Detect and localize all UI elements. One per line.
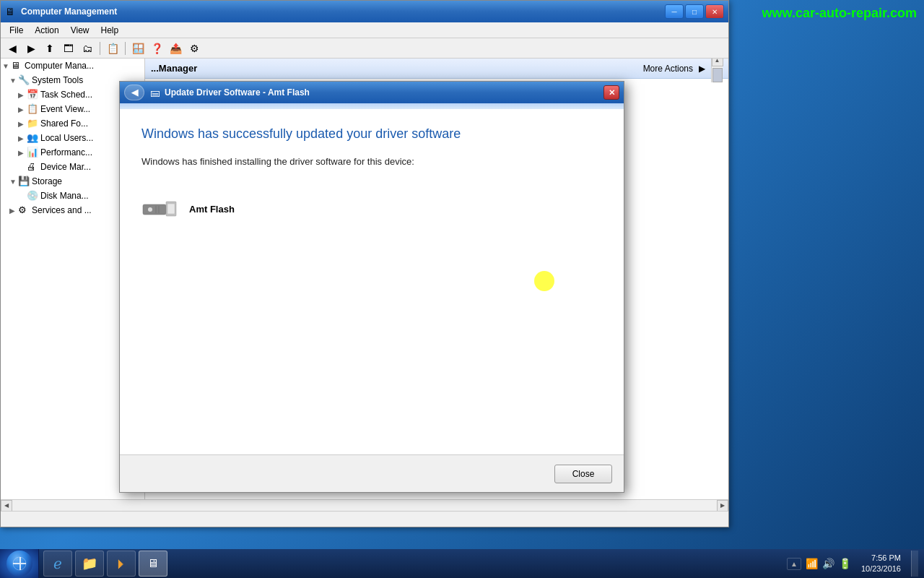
desktop: www.car-auto-repair.com 🖥 Computer Manag… (0, 0, 924, 578)
success-description: Windows has finished installing the driv… (141, 156, 602, 167)
dialog-title-text: Update Driver Software - Amt Flash (165, 87, 603, 98)
dialog-titlebar: ◀ 🖴 Update Driver Software - Amt Flash ✕ (120, 82, 624, 103)
dialog-back-button[interactable]: ◀ (124, 85, 144, 100)
dialog-close-x-button[interactable]: ✕ (603, 85, 619, 100)
dialog-footer: Close (120, 454, 624, 492)
dialog-overlay: ◀ 🖴 Update Driver Software - Amt Flash ✕… (0, 0, 924, 578)
update-driver-dialog: ◀ 🖴 Update Driver Software - Amt Flash ✕… (119, 81, 624, 493)
dialog-drive-icon: 🖴 (150, 87, 160, 98)
success-title: Windows has successfully updated your dr… (141, 126, 602, 142)
svg-rect-2 (167, 204, 175, 214)
dialog-header-band (120, 103, 624, 109)
device-row: Amt Flash (141, 189, 602, 229)
watermark: www.car-auto-repair.com (762, 6, 917, 21)
svg-point-3 (148, 207, 152, 212)
dialog-close-button[interactable]: Close (554, 465, 612, 483)
device-name: Amt Flash (189, 204, 235, 215)
svg-rect-0 (143, 204, 166, 215)
dialog-content: Windows has successfully updated your dr… (120, 109, 624, 454)
device-icon (141, 196, 178, 222)
